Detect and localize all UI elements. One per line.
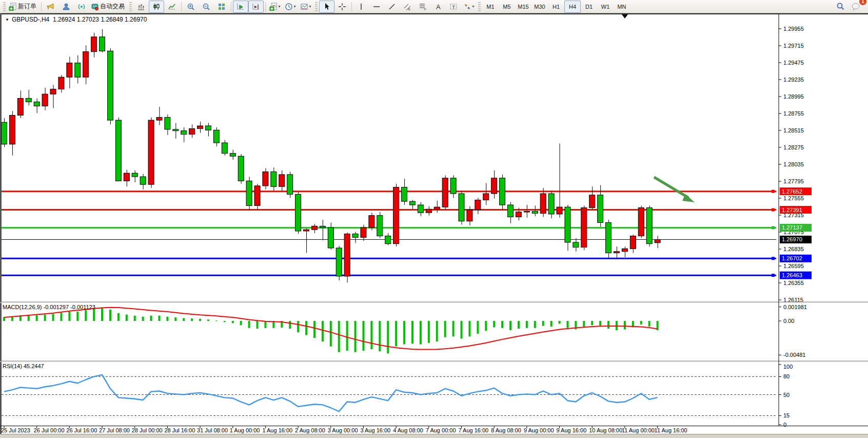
line-chart-button[interactable] [164,1,180,13]
macd-histogram-bar [354,321,357,352]
mt4-window: { "toolbar": { "new_order_label": "新订单",… [0,0,868,438]
macd-histogram-bar [183,318,185,321]
text-label-button[interactable]: T [446,1,461,13]
arrows-button[interactable]: ▾ [461,1,477,13]
candle-body [189,129,195,135]
time-axis[interactable]: 25 Jul 202326 Jul 00:0026 Jul 16:0027 Ju… [1,426,687,433]
price-tick-label: 1.27795 [783,178,804,184]
macd-histogram-bar [191,318,193,321]
horizontal-line-button[interactable] [369,1,384,13]
time-tick-label: 9 Aug 00:00 [524,427,554,433]
candle-body [450,178,456,194]
equidistant-channel-button[interactable]: E [400,1,415,13]
bar-chart-button[interactable] [133,1,149,13]
tf-button-W1[interactable]: W1 [597,1,614,13]
rsi-tick-label: 50 [783,392,790,398]
trendline-button[interactable] [384,1,400,13]
candlestick-chart-button[interactable] [149,1,164,13]
toolbar-grip[interactable] [3,2,6,11]
signals-button[interactable] [74,1,89,13]
rsi-indicator-label: RSI(14) 45.2447 [3,363,44,369]
macd-histogram-bar [305,321,307,335]
tf-button-M30[interactable]: M30 [531,1,548,13]
candle-body [573,242,579,247]
announcements-button[interactable] [43,1,58,13]
community-button[interactable] [58,1,74,13]
tile-windows-button[interactable] [214,1,229,13]
macd-histogram-bar [264,321,266,328]
periods-icon [285,3,293,11]
window-bottom-edge [0,434,868,438]
candle-body [271,172,277,186]
vertical-line-button[interactable] [353,1,369,13]
search-button[interactable] [833,1,848,13]
tf-button-H4[interactable]: H4 [564,1,581,13]
price-tick-label: 1.28275 [783,144,804,150]
candle-body [393,187,399,244]
chart-title[interactable]: ▼GBPUSD-,H4 1.26924 1.27023 1.26849 1.26… [5,16,147,23]
macd-histogram-bar [583,321,585,327]
chevron-down-icon: ▾ [278,4,280,9]
candle-body [67,63,72,78]
tf-button-MN[interactable]: MN [614,1,630,13]
crosshair-icon [338,3,346,11]
templates-icon [300,3,308,11]
time-tick-label: 26 Jul 00:00 [34,427,65,433]
candle-body [9,115,15,144]
tf-button-M1[interactable]: M1 [482,1,499,13]
price-tick-label: 1.29475 [783,60,804,66]
crosshair-button[interactable] [334,1,350,13]
macd-histogram-bar [461,321,463,339]
autotrading-button[interactable]: 自动交易 [89,1,128,13]
zoom-in-button[interactable] [183,1,199,13]
text-button[interactable]: A [430,1,446,13]
toolbar-grip[interactable] [478,2,481,11]
macd-histogram-bar [150,316,152,321]
indicators-button[interactable]: ▾ [267,1,283,13]
time-tick-label: 3 Aug 16:00 [360,427,390,433]
fibonacci-button[interactable]: F [415,1,430,13]
toolbar-grip[interactable] [315,2,318,11]
chart-canvas[interactable]: 1.299551.297151.294751.292351.289951.287… [0,0,868,438]
candle-body [361,227,366,237]
time-tick-label: 31 Jul 08:00 [197,427,228,433]
toolbar-grip[interactable] [129,2,132,11]
community-icon [62,3,70,11]
chart-shift-button[interactable] [248,1,264,13]
symbol-period-label: GBPUSD-,H4 [12,16,49,23]
cursor-button[interactable] [319,1,334,13]
autotrading-label: 自动交易 [100,2,125,11]
candlestick-chart-icon [152,3,161,11]
auto-scroll-button[interactable] [233,1,248,13]
macd-histogram-bar [607,321,609,329]
macd-histogram-bar [44,315,46,321]
candle-body [295,194,301,231]
zoom-out-button[interactable] [199,1,214,13]
candle-body [606,222,611,253]
bar-chart-icon [137,3,145,11]
tile-windows-icon [218,3,226,11]
notification-badge[interactable]: 1 [859,0,866,5]
tf-button-M5[interactable]: M5 [499,1,515,13]
candle-body [198,126,203,129]
tf-button-D1[interactable]: D1 [581,1,597,13]
macd-histogram-bar [257,321,259,329]
tf-button-M15[interactable]: M15 [515,1,531,13]
macd-histogram-bar [485,321,487,331]
price-tick-label: 1.28755 [783,110,804,117]
time-tick-label: 3 Aug 00:00 [328,427,358,433]
rsi-tick-label: 100 [783,364,793,370]
tf-button-H1[interactable]: H1 [548,1,564,13]
periods-button[interactable]: ▾ [283,1,298,13]
rsi-tick-label: 80 [783,373,790,379]
templates-button[interactable]: ▾ [298,1,313,13]
chart-dropdown-icon[interactable]: ▼ [5,17,9,22]
svg-text:F: F [424,8,426,11]
candle-body [328,227,333,248]
candle-body [17,98,23,115]
candle-body [42,94,48,106]
candle-body [165,118,170,129]
candle-body [532,211,538,213]
new-order-button[interactable]: 新订单 [7,1,40,13]
time-tick-label: 1 Aug 00:00 [230,427,260,433]
